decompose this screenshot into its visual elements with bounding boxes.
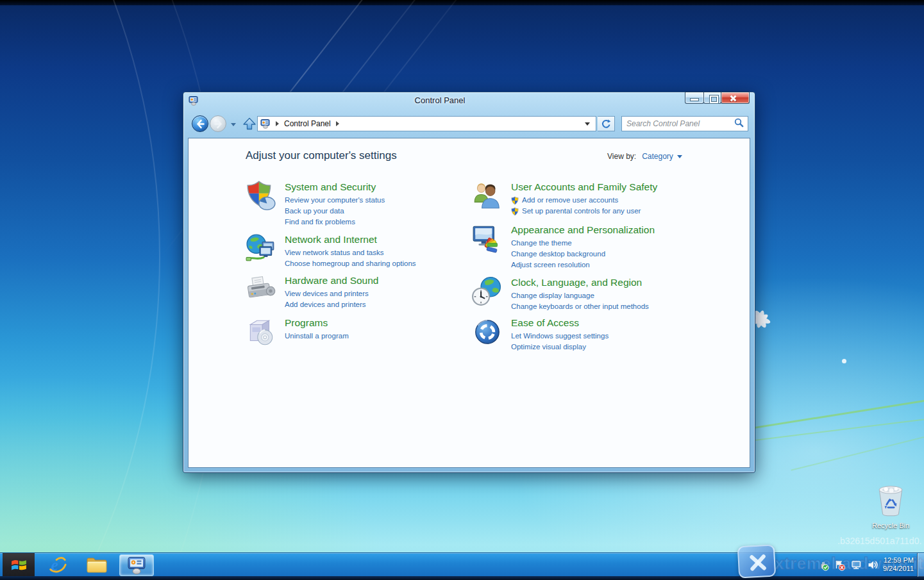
clock-time: 12:59 PM (883, 556, 914, 565)
category-network-and-internet: Network and Internet View network status… (245, 232, 416, 269)
category-appearance: Appearance and Personalization Change th… (471, 222, 655, 270)
programs-icon[interactable] (245, 316, 277, 351)
back-button[interactable] (192, 115, 208, 132)
hardware-sound-icon[interactable] (245, 274, 277, 310)
folder-icon (86, 556, 108, 574)
category-link[interactable]: Review your computer's status (285, 195, 385, 206)
category-link[interactable]: Back up your data (285, 206, 385, 217)
site-watermark-logo (737, 545, 777, 579)
category-title[interactable]: Network and Internet (285, 233, 416, 245)
search-box (621, 116, 748, 131)
file-explorer-button[interactable] (80, 554, 114, 576)
breadcrumb-separator-icon[interactable] (276, 121, 279, 126)
category-link[interactable]: Let Windows suggest settings (511, 331, 609, 342)
navigation-bar: Control Panel (183, 110, 755, 138)
category-title[interactable]: Hardware and Sound (285, 274, 379, 286)
category-link[interactable]: Find and fix problems (285, 217, 385, 228)
user-accounts-icon[interactable] (471, 180, 503, 217)
view-by-value: Category (642, 152, 673, 161)
address-dropdown-icon[interactable] (585, 122, 590, 126)
category-link[interactable]: Change display language (511, 290, 649, 301)
category-title[interactable]: Programs (285, 317, 349, 329)
network-internet-icon[interactable] (245, 233, 277, 269)
category-link[interactable]: Add or remove user accounts (511, 195, 657, 206)
control-panel-content: Adjust your computer's settings View by:… (188, 138, 750, 468)
view-by-dropdown[interactable]: Category (642, 152, 682, 161)
category-system-and-security: System and Security Review your computer… (245, 179, 385, 228)
internet-explorer-button[interactable]: e (40, 554, 74, 576)
category-link[interactable]: Change keyboards or other input methods (511, 301, 649, 312)
category-link[interactable]: Choose homegroup and sharing options (285, 258, 416, 269)
caption-buttons (685, 92, 750, 104)
category-link[interactable]: Optimize visual display (511, 342, 609, 352)
uac-shield-icon (511, 196, 519, 205)
internet-explorer-icon: e (47, 555, 67, 576)
recent-pages-chevron[interactable] (231, 123, 236, 126)
address-location-icon (260, 119, 271, 129)
breadcrumb-separator-icon[interactable] (336, 121, 339, 126)
volume-icon[interactable] (867, 559, 879, 571)
up-button[interactable] (242, 117, 256, 131)
recycle-bin-label: Recycle Bin (869, 522, 912, 529)
minimize-button[interactable] (685, 92, 704, 104)
screen-bottom-edge (0, 576, 924, 580)
up-arrow-icon (242, 117, 256, 131)
clock-language-region-icon[interactable] (471, 276, 503, 312)
svg-text:e: e (51, 556, 58, 574)
desktop: Control Panel (0, 0, 924, 580)
control-panel-taskbar-button[interactable] (119, 554, 154, 576)
appearance-personalization-icon[interactable] (471, 223, 503, 270)
category-title[interactable]: User Accounts and Family Safety (511, 181, 657, 193)
back-arrow-icon (195, 119, 206, 129)
page-title: Adjust your computer's settings (246, 149, 397, 162)
search-input[interactable] (622, 119, 734, 128)
category-link[interactable]: Change desktop background (511, 249, 655, 260)
windows-logo-icon (10, 556, 28, 574)
category-link[interactable]: View devices and printers (285, 288, 379, 299)
category-programs: Programs Uninstall a program (245, 315, 349, 351)
network-icon[interactable] (850, 559, 862, 571)
category-link[interactable]: Uninstall a program (285, 331, 349, 342)
category-link[interactable]: Adjust screen resolution (511, 260, 655, 270)
uac-shield-icon (511, 207, 519, 216)
system-tray (817, 553, 879, 577)
category-link-label: Add or remove user accounts (522, 195, 618, 206)
breadcrumb-control-panel[interactable]: Control Panel (284, 119, 331, 128)
system-security-icon[interactable] (245, 180, 277, 228)
window-title: Control Panel (183, 95, 696, 105)
maximize-button[interactable] (703, 92, 721, 104)
category-title[interactable]: Clock, Language, and Region (511, 276, 649, 288)
category-hardware-and-sound: Hardware and Sound View devices and prin… (245, 273, 379, 310)
category-title[interactable]: System and Security (285, 181, 385, 193)
taskbar-clock[interactable]: 12:59 PM 9/24/2011 (883, 556, 914, 573)
forward-button[interactable] (210, 115, 226, 132)
refresh-icon (601, 119, 611, 129)
chevron-down-icon (677, 155, 682, 158)
recycle-bin-icon (875, 484, 907, 518)
address-bar[interactable]: Control Panel (257, 116, 596, 131)
titlebar[interactable]: Control Panel (183, 92, 755, 110)
category-link[interactable]: Set up parental controls for any user (511, 206, 657, 217)
show-desktop-button[interactable] (917, 553, 924, 577)
action-center-flag-icon[interactable] (834, 559, 846, 571)
view-by-control: View by: Category (607, 152, 682, 161)
close-button[interactable] (721, 92, 750, 104)
safely-remove-hardware-icon[interactable] (817, 559, 829, 571)
category-link[interactable]: Change the theme (511, 238, 655, 249)
clock-date: 9/24/2011 (883, 565, 914, 573)
category-link[interactable]: Add devices and printers (285, 299, 379, 310)
refresh-button[interactable] (598, 116, 615, 131)
start-button[interactable] (3, 553, 35, 577)
category-ease-of-access: Ease of Access Let Windows suggest setti… (471, 315, 609, 352)
build-watermark: .b32615d501a711d0. (837, 536, 921, 546)
control-panel-window: Control Panel (183, 92, 755, 473)
category-title[interactable]: Ease of Access (511, 317, 609, 329)
ease-of-access-icon[interactable] (471, 316, 503, 352)
category-title[interactable]: Appearance and Personalization (511, 224, 655, 236)
category-user-accounts: User Accounts and Family Safety (471, 179, 657, 217)
search-icon[interactable] (734, 118, 744, 130)
category-link[interactable]: View network status and tasks (285, 247, 416, 258)
control-panel-icon (127, 556, 146, 575)
view-by-label: View by: (607, 152, 636, 161)
recycle-bin-shortcut[interactable]: Recycle Bin (869, 484, 912, 529)
